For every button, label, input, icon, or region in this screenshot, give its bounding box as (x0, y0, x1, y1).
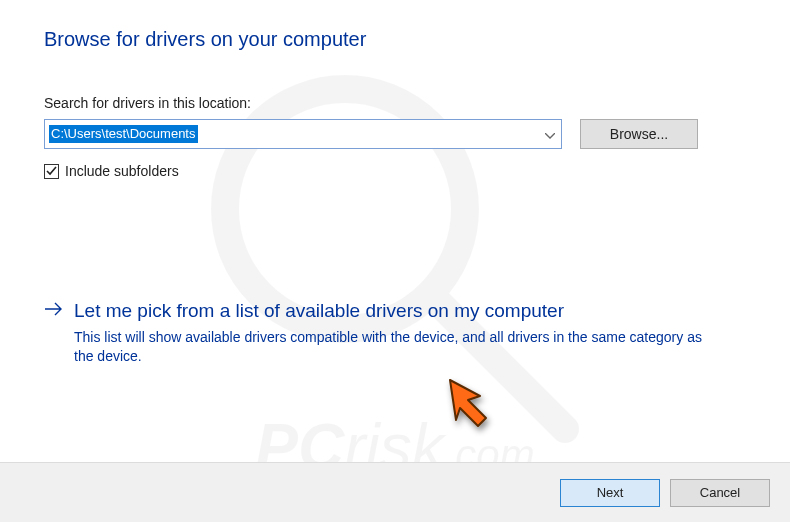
include-subfolders-checkbox[interactable] (44, 164, 59, 179)
browse-button[interactable]: Browse... (580, 119, 698, 149)
driver-path-combobox[interactable]: C:\Users\test\Documents (44, 119, 562, 149)
driver-path-value: C:\Users\test\Documents (49, 125, 198, 143)
page-title: Browse for drivers on your computer (44, 28, 746, 51)
dialog-footer: Next Cancel (0, 462, 790, 522)
pick-from-list-title: Let me pick from a list of available dri… (74, 299, 714, 324)
search-location-label: Search for drivers in this location: (44, 95, 746, 111)
pick-from-list-description: This list will show available drivers co… (74, 328, 714, 366)
chevron-down-icon (545, 125, 555, 143)
next-button[interactable]: Next (560, 479, 660, 507)
pick-from-list-option[interactable]: Let me pick from a list of available dri… (44, 299, 746, 365)
arrow-right-icon (44, 299, 62, 365)
include-subfolders-label: Include subfolders (65, 163, 179, 179)
annotation-pointer-icon (438, 370, 508, 444)
cancel-button[interactable]: Cancel (670, 479, 770, 507)
